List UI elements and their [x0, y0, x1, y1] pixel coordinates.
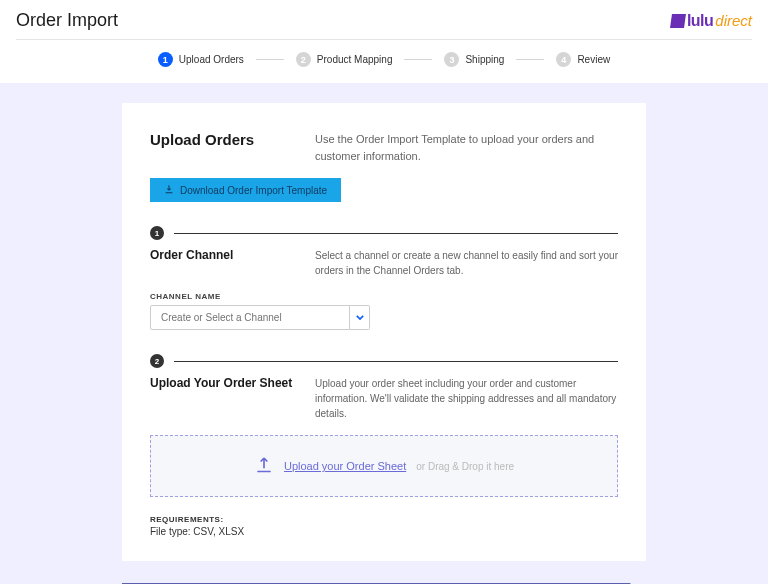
- step-shipping[interactable]: 3 Shipping: [444, 52, 504, 67]
- subsection-line: [174, 361, 618, 362]
- step-product-mapping[interactable]: 2 Product Mapping: [296, 52, 393, 67]
- step-line: [256, 59, 284, 60]
- step-review[interactable]: 4 Review: [556, 52, 610, 67]
- logo-icon: [670, 14, 686, 28]
- channel-name-label: CHANNEL NAME: [150, 292, 618, 301]
- channel-name-input[interactable]: [150, 305, 350, 330]
- subsection-title: Upload Your Order Sheet: [150, 376, 295, 390]
- subsection-desc: Upload your order sheet including your o…: [315, 376, 618, 421]
- upload-hint: or Drag & Drop it here: [416, 461, 514, 472]
- chevron-down-icon[interactable]: [350, 305, 370, 330]
- main-card: Upload Orders Use the Order Import Templ…: [122, 103, 646, 561]
- upload-icon: [254, 454, 274, 478]
- page-title: Order Import: [16, 10, 118, 31]
- step-badge: 3: [444, 52, 459, 67]
- section-title: Upload Orders: [150, 131, 295, 148]
- logo-lulu: lulu: [687, 12, 713, 30]
- requirements-line: File type: CSV, XLSX: [150, 526, 618, 537]
- subsection-badge: 1: [150, 226, 164, 240]
- download-label: Download Order Import Template: [180, 185, 327, 196]
- step-label: Upload Orders: [179, 54, 244, 65]
- subsection-desc: Select a channel or create a new channel…: [315, 248, 618, 278]
- upload-dropzone[interactable]: Upload your Order Sheet or Drag & Drop i…: [150, 435, 618, 497]
- step-line: [404, 59, 432, 60]
- step-badge: 4: [556, 52, 571, 67]
- step-label: Review: [577, 54, 610, 65]
- download-template-button[interactable]: Download Order Import Template: [150, 178, 341, 202]
- step-line: [516, 59, 544, 60]
- upload-link[interactable]: Upload your Order Sheet: [284, 460, 406, 472]
- subsection-title: Order Channel: [150, 248, 295, 262]
- subsection-badge: 2: [150, 354, 164, 368]
- step-label: Product Mapping: [317, 54, 393, 65]
- stepper: 1 Upload Orders 2 Product Mapping 3 Ship…: [0, 40, 768, 83]
- requirements-title: REQUIREMENTS:: [150, 515, 618, 524]
- download-icon: [164, 184, 174, 196]
- section-desc: Use the Order Import Template to upload …: [315, 131, 618, 164]
- subsection-line: [174, 233, 618, 234]
- step-upload-orders[interactable]: 1 Upload Orders: [158, 52, 244, 67]
- step-badge: 2: [296, 52, 311, 67]
- logo-direct: direct: [715, 12, 752, 29]
- step-label: Shipping: [465, 54, 504, 65]
- logo: lulu direct: [671, 12, 752, 30]
- step-badge: 1: [158, 52, 173, 67]
